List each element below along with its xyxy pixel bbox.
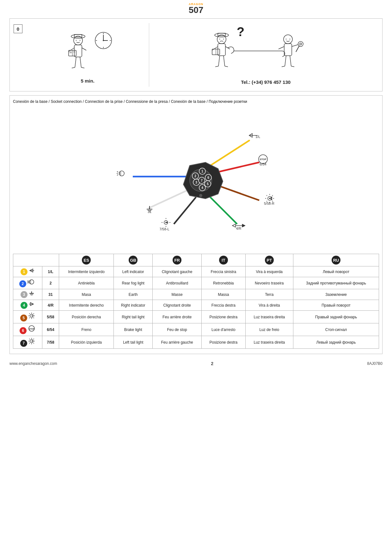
svg-point-20 [103, 40, 104, 41]
row-fr: Masse [153, 289, 202, 300]
row-gb: Right tail light [114, 311, 153, 323]
svg-text:3: 3 [195, 181, 197, 184]
row-code: 6/54 [42, 323, 59, 336]
row-code: 7/58 [42, 336, 59, 349]
footer-code: 8AJ07B0 [367, 361, 383, 366]
row-pt: Luz traseira direita [245, 311, 293, 323]
svg-line-52 [291, 66, 294, 67]
svg-line-114 [117, 171, 118, 172]
table-row: 5 5/58 Posición derecha Right tail light… [13, 311, 379, 323]
svg-line-53 [205, 140, 250, 169]
row-pt: Nevoeiro traseira [245, 277, 293, 289]
table-header-pt: PT [245, 254, 293, 266]
model-number: 507 [0, 6, 392, 15]
svg-line-123 [28, 283, 29, 283]
svg-line-39 [225, 66, 228, 67]
svg-line-38 [215, 66, 218, 67]
svg-text:STOP: STOP [260, 158, 266, 161]
svg-text:1: 1 [201, 170, 203, 173]
row-ru: Правый поворот [293, 300, 379, 311]
instruction-left: 5 min. [26, 23, 149, 87]
row-it: Luce d'arresto [202, 323, 245, 336]
table-row: 3 31 Masa Earth Masse Massa Terra Заземл… [13, 289, 379, 300]
svg-rect-31 [218, 44, 225, 56]
row-it: Posizione destra [202, 311, 245, 323]
svg-line-44 [292, 45, 298, 47]
lang-gb: GB [129, 256, 138, 265]
svg-text:4: 4 [201, 186, 203, 190]
time-label: 5 min. [81, 78, 94, 84]
row-ru: Левый поворот [293, 266, 379, 277]
connection-box: Conexión de la base / Socket connection … [9, 95, 383, 354]
svg-line-59 [174, 197, 196, 224]
svg-text:6: 6 [207, 176, 209, 179]
table-header-it: IT [202, 254, 245, 266]
row-code: 1/L [42, 266, 59, 277]
svg-text:STOP: STOP [29, 328, 35, 330]
svg-point-2 [74, 36, 83, 45]
connector-svg: 1 2 3 4 5 6 7 1/L [82, 110, 310, 249]
svg-line-91 [272, 195, 273, 196]
table-row: 6 STOP 6/54 Freno Brake light Feu de sto… [13, 323, 379, 336]
svg-point-26 [215, 33, 229, 37]
row-fr: Antibrouillard [153, 277, 202, 289]
lang-ru: RU [332, 256, 340, 265]
svg-text:?: ? [236, 25, 244, 39]
svg-point-40 [284, 35, 292, 44]
reading-figure [56, 26, 119, 77]
row-pt: Vira à direita [245, 300, 293, 311]
svg-point-48 [300, 43, 302, 45]
svg-line-152 [29, 343, 30, 344]
svg-point-76 [199, 194, 202, 197]
svg-line-57 [215, 184, 259, 200]
row-es: Antiniebla [59, 277, 113, 289]
lang-es: ES [82, 256, 91, 265]
table-header-ru: RU [293, 254, 379, 266]
row-gb: Rear fog light [114, 277, 153, 289]
table-row: 2 2 Antiniebla Rear fog light Antibrouil… [13, 277, 379, 289]
svg-line-6 [69, 48, 74, 52]
svg-point-0 [71, 34, 85, 38]
table-header-gb: GB [114, 254, 153, 266]
connection-title: Conexión de la base / Socket connection … [13, 99, 379, 104]
row-es: Freno [59, 323, 113, 336]
row-gb: Right indicator [114, 300, 153, 311]
row-ru: Заземление [293, 289, 379, 300]
svg-rect-43 [284, 44, 292, 56]
table-row: 4 4/R Intermitente derecho Right indicat… [13, 300, 379, 311]
row-fr: Clignotant droite [153, 300, 202, 311]
table-row: 1 1/L Intermitente izquierdo Left indica… [13, 266, 379, 277]
svg-text:5: 5 [207, 182, 209, 186]
svg-line-51 [282, 66, 285, 67]
svg-line-49 [285, 56, 286, 66]
row-code: 4/R [42, 300, 59, 311]
row-pt: Luz traseira direita [245, 336, 293, 349]
row-it: Retronebbia [202, 277, 245, 289]
lang-it: IT [219, 256, 228, 265]
lang-fr: FR [173, 256, 181, 265]
step-number: 0 [14, 24, 22, 33]
svg-line-50 [290, 56, 291, 66]
row-code: 2 [42, 277, 59, 289]
svg-marker-94 [270, 197, 272, 200]
row-fr: Clignotant gauche [153, 266, 202, 277]
row-ru: Левый задний фонарь [293, 336, 379, 349]
svg-text:2: 2 [194, 174, 196, 178]
row-es: Intermitente izquierdo [59, 266, 113, 277]
instruction-right: ? [149, 22, 382, 88]
svg-line-89 [266, 195, 267, 196]
row-symbol: 6 STOP [13, 323, 42, 336]
footer-website: www.enganchesaragon.com [9, 361, 57, 366]
svg-rect-1 [74, 34, 82, 37]
svg-line-7 [82, 48, 86, 50]
footer: www.enganchesaragon.com 2 8AJ07B0 [0, 358, 392, 369]
svg-line-36 [218, 56, 220, 66]
svg-line-115 [117, 175, 118, 175]
row-it: Posizione destra [202, 336, 245, 349]
table-header-es: ES [59, 254, 113, 266]
row-symbol: 2 [13, 277, 42, 289]
svg-point-106 [166, 222, 168, 223]
row-gb: Left indicator [114, 266, 153, 277]
svg-point-28 [217, 35, 226, 44]
row-it: Freccia destra [202, 300, 245, 311]
